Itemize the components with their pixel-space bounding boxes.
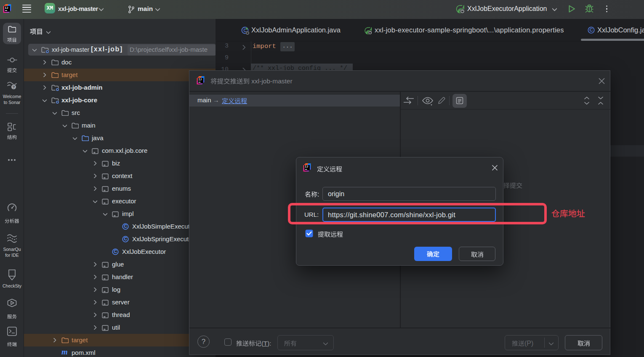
svg-text:C: C [114, 249, 117, 254]
svg-text:IJ: IJ [305, 165, 308, 168]
svg-text:C: C [124, 224, 127, 229]
svg-text:IJ: IJ [198, 78, 202, 81]
svg-text:IJ: IJ [5, 6, 8, 10]
svg-text:C: C [124, 236, 127, 241]
svg-text:C: C [589, 27, 593, 32]
svg-text:?: ? [13, 85, 15, 89]
